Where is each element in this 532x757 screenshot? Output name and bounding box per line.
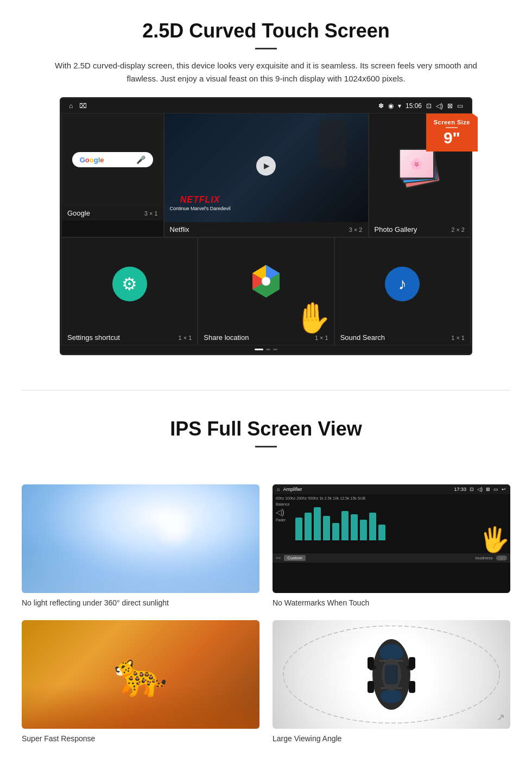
netflix-bg: ▶ NETFLIX Continue Marvel's Daredevil [164,113,368,222]
amp-side-label-col: Balance ◁) Fader [276,502,292,522]
eq-bar-4[interactable] [323,516,330,540]
mic-icon[interactable]: 🎤 [136,155,145,164]
ground-shadow [22,685,259,729]
location-icon: ◉ [388,102,394,110]
section2-title: IPS Full Screen View [33,418,499,440]
amp-toggle[interactable]: ○ [496,556,507,560]
share-cell-inner: 🤚 [198,238,333,330]
flower-emoji: 🌸 [410,157,423,171]
feature-item-cheetah: 🐆 Super Fast Response [22,620,259,743]
section1-title: 2.5D Curved Touch Screen [43,20,489,42]
app-cell-netflix[interactable]: ▶ NETFLIX Continue Marvel's Daredevil Ne… [164,113,369,237]
title-underline [255,48,277,49]
music-note-icon: ♪ [398,275,407,293]
netflix-label-row: Netflix 3 × 2 [164,222,368,237]
amplifier-bg: ⌂ Amplifier 17:33 ⊡ ◁) ⊠ ▭ ↩ 60hz100hz20… [273,484,510,593]
home-icon[interactable]: ⌂ [69,102,73,110]
netflix-subtitle: Continue Marvel's Daredevil [170,206,231,211]
sound-label-row: Sound Search 1 × 1 [335,330,470,345]
dot-1 [255,349,263,350]
sound-icon-wrap: ♪ [385,267,420,301]
section-divider [22,390,510,390]
status-bar: ⌂ ⌧ ✽ ◉ ▾ 15:06 ⊡ ◁) ⊠ ▭ [61,99,471,113]
car-bg: ↗ [273,620,510,729]
netflix-size: 3 × 2 [349,226,363,233]
usb-icon: ⌧ [79,102,87,110]
sound-label: Sound Search [340,333,385,342]
share-label: Share location [204,333,249,342]
badge-top-text: Screen Size [434,119,470,125]
amp-vol-icon: ◁) [477,487,483,492]
svg-point-18 [283,626,499,723]
section-ips: IPS Full Screen View [0,407,532,474]
sky-image [22,484,259,593]
feature-grid: No light reflecting under 360° direct su… [0,474,532,754]
cheetah-bg: 🐆 [22,620,259,729]
app-cell-share[interactable]: 🤚 Share location 1 × 1 [198,237,334,345]
eq-bar-7[interactable] [351,514,358,540]
amp-loudness-label: loudness [476,556,493,560]
amp-custom-btn[interactable]: Custom [284,555,306,561]
netflix-wordmark: NETFLIX [170,195,231,205]
eq-bar-2[interactable] [305,513,312,540]
amplifier-label: No Watermarks When Touch [273,598,369,607]
camera-icon: ⊡ [426,102,432,110]
eq-bar-3[interactable] [314,507,321,540]
netflix-label: Netflix [170,225,189,234]
google-logo: Google [80,156,104,164]
maps-icon [252,265,280,304]
app-cell-sound[interactable]: ♪ Sound Search 1 × 1 [334,237,471,345]
netflix-cell-inner: ▶ NETFLIX Continue Marvel's Daredevil [164,113,368,222]
device-wrapper: ⌂ ⌧ ✽ ◉ ▾ 15:06 ⊡ ◁) ⊠ ▭ [60,97,472,355]
sky-gradient [22,550,259,593]
amp-title: Amplifier [283,487,302,492]
app-grid-row1: Google 🎤 Google 3 × 1 [61,113,471,237]
eq-bar-1[interactable] [295,518,302,540]
wifi-icon: ▾ [398,102,401,110]
sound-cell-inner: ♪ [335,238,470,330]
amp-footer: << Custom loudness ○ [273,553,510,563]
app-cell-settings[interactable]: ⚙ Settings shortcut 1 × 1 [61,237,198,345]
google-search-bar[interactable]: Google 🎤 [72,152,153,167]
netflix-logo-area: NETFLIX Continue Marvel's Daredevil [170,195,231,211]
netflix-play-btn[interactable]: ▶ [256,156,276,175]
sound-bg: ♪ [335,238,470,330]
dot-3 [273,349,277,350]
netflix-figure [319,119,346,168]
google-size: 3 × 1 [144,210,158,217]
amp-header: ⌂ Amplifier 17:33 ⊡ ◁) ⊠ ▭ ↩ [273,484,510,494]
pagination-dots [61,345,471,354]
feature-item-car: ↗ Large Viewing Angle [273,620,510,743]
viewing-angle-circle [273,620,510,729]
amplifier-image: ⌂ Amplifier 17:33 ⊡ ◁) ⊠ ▭ ↩ 60hz100hz20… [273,484,510,593]
google-cell-inner: Google 🎤 [62,113,163,206]
photo-card-flower: 🌸 [399,149,434,179]
svg-point-4 [262,277,270,286]
play-triangle: ▶ [264,161,270,170]
amp-home-icon: ⌂ [277,487,280,492]
gallery-size: 2 × 2 [451,226,465,233]
sky-bg [22,484,259,593]
app-cell-google[interactable]: Google 🎤 Google 3 × 1 [61,113,164,237]
share-bg: 🤚 [198,238,333,330]
settings-label-row: Settings shortcut 1 × 1 [62,330,197,345]
gear-icon: ⚙ [122,274,137,294]
volume-icon: ◁) [436,102,443,110]
eq-bar-10[interactable] [378,525,385,540]
settings-size: 1 × 1 [179,335,192,341]
device-screen: ⌂ ⌧ ✽ ◉ ▾ 15:06 ⊡ ◁) ⊠ ▭ [60,97,472,355]
eq-bar-6[interactable] [341,511,349,540]
settings-label: Settings shortcut [67,333,120,342]
ips-title-underline [255,446,277,447]
cheetah-inner: 🐆 [22,620,259,729]
app-grid-row2: ⚙ Settings shortcut 1 × 1 [61,237,471,345]
angle-arrow: ↗ [497,711,505,723]
eq-bar-9[interactable] [369,513,376,540]
eq-bar-8[interactable] [360,520,367,540]
amp-body: 🖐 [293,502,507,551]
cheetah-label: Super Fast Response [22,734,95,743]
eq-bar-5[interactable] [332,523,339,540]
status-right: ✽ ◉ ▾ 15:06 ⊡ ◁) ⊠ ▭ [378,102,463,110]
photo-stack: 🌸 [398,149,441,187]
amp-side-labels: Balance ◁) Fader [273,500,510,553]
